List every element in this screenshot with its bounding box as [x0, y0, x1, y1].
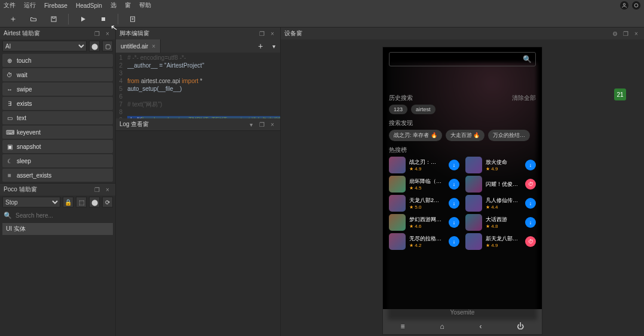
run-button[interactable]: [75, 13, 91, 25]
menu-run[interactable]: 运行: [24, 1, 36, 10]
user-icon[interactable]: [620, 1, 628, 10]
log-panel-header: Log 查看窗 ▾ ❐ ×: [116, 118, 280, 130]
editor-tab[interactable]: untitled.air ×: [116, 39, 161, 53]
history-chip[interactable]: 123: [389, 105, 407, 114]
line-gutter: 1 2 3 4 5 6 7 8 9 10: [116, 53, 125, 118]
app-item[interactable]: 凡人修仙传…★ 4.4↓: [465, 195, 536, 212]
close-icon[interactable]: ×: [632, 29, 640, 38]
download-button[interactable]: ↓: [449, 236, 459, 247]
action-snapshot[interactable]: ▣snapshot: [2, 140, 113, 153]
poco-inspect-button[interactable]: ⬚: [76, 197, 87, 207]
menu-options[interactable]: 选: [111, 1, 116, 10]
device-screen[interactable]: 🔍 历史搜索清除全部 123 airtest 搜索发现 战之刃: 幸存者 🔥 大…: [382, 47, 542, 335]
download-button[interactable]: ↓: [449, 160, 459, 170]
home-softkey[interactable]: ⌂: [440, 322, 444, 331]
app-icon: [465, 214, 482, 231]
action-sleep[interactable]: ☾sleep: [2, 154, 113, 167]
float-icon[interactable]: ❐: [93, 185, 101, 194]
menu-window[interactable]: 窗: [125, 1, 131, 10]
report-button[interactable]: [124, 13, 141, 25]
close-icon[interactable]: ×: [268, 120, 277, 129]
download-button[interactable]: ↓: [449, 217, 459, 228]
left-column: Airtest 辅助窗 ❐ × Al ⬤ ▢ ⊕touch ⏱wait ↔swi…: [0, 28, 116, 336]
editor-panel-header: 脚本编辑窗 ❐ ×: [116, 28, 280, 39]
app-item[interactable]: 崩坏降临（…★ 4.5↓: [389, 176, 459, 193]
poco-search-input[interactable]: [16, 212, 112, 219]
poco-tree-root[interactable]: UI 实体: [2, 223, 113, 235]
discover-chip[interactable]: 战之刃: 幸存者 🔥: [389, 130, 442, 141]
panel-title: 设备窗: [284, 29, 302, 38]
app-item[interactable]: 大话西游★ 4.8↓: [465, 214, 536, 231]
menu-headspin[interactable]: HeadSpin: [76, 2, 102, 9]
settings-icon[interactable]: [632, 1, 640, 10]
filter-icon[interactable]: ▾: [247, 120, 255, 129]
download-button[interactable]: ↓: [449, 198, 459, 209]
pending-button[interactable]: ⏱: [525, 236, 536, 247]
download-button[interactable]: ↓: [525, 198, 536, 209]
poco-mode-select[interactable]: Stop: [2, 197, 60, 207]
record-button[interactable]: ⬤: [89, 41, 100, 51]
snapshot-icon: ▣: [6, 143, 13, 150]
panel-title: 脚本编辑窗: [119, 29, 149, 38]
app-item[interactable]: 战之刃：…★ 4.9↓: [389, 157, 459, 173]
device-softkeys: ≡ ⌂ ‹ ⏻: [383, 319, 542, 334]
app-item[interactable]: 无尽的拉格…★ 4.2↓: [389, 233, 459, 250]
new-button[interactable]: [5, 13, 22, 25]
discover-chip[interactable]: 大走百游 🔥: [446, 130, 485, 141]
float-icon[interactable]: ❐: [257, 120, 266, 129]
action-keyevent[interactable]: ⌨keyevent: [2, 126, 113, 139]
code-editor[interactable]: 1 2 3 4 5 6 7 8 9 10 # -*- encoding=utf8…: [116, 53, 280, 118]
airtest-mode-select[interactable]: Al: [2, 41, 87, 51]
action-list: ⊕touch ⏱wait ↔swipe ∃exists ▭text ⌨keyev…: [0, 53, 115, 183]
device-panel-header: 设备窗 ⚙ ❐ ×: [281, 28, 644, 39]
float-icon[interactable]: ❐: [93, 29, 101, 38]
tab-menu-button[interactable]: ▾: [267, 43, 280, 50]
history-chip[interactable]: airtest: [411, 105, 436, 114]
keyevent-icon: ⌨: [6, 129, 13, 136]
action-assert-exists[interactable]: ≡assert_exists: [2, 169, 113, 182]
float-icon[interactable]: ❐: [257, 29, 266, 38]
download-button[interactable]: ↓: [525, 217, 536, 228]
svg-point-0: [623, 4, 625, 5]
action-text[interactable]: ▭text: [2, 111, 113, 124]
save-button[interactable]: [45, 13, 62, 25]
menu-file[interactable]: 文件: [4, 1, 16, 10]
back-softkey[interactable]: ‹: [480, 322, 482, 331]
tab-close-icon[interactable]: ×: [152, 43, 155, 50]
menu-firebase[interactable]: Firebase: [44, 2, 68, 9]
app-icon: [389, 176, 406, 193]
action-exists[interactable]: ∃exists: [2, 97, 113, 110]
close-icon[interactable]: ×: [103, 29, 112, 38]
poco-lock-button[interactable]: 🔒: [63, 197, 73, 207]
poco-refresh-button[interactable]: ⟳: [102, 197, 113, 207]
download-button[interactable]: ↓: [525, 160, 536, 170]
close-icon[interactable]: ×: [103, 185, 112, 194]
exists-icon: ∃: [6, 100, 13, 107]
close-icon[interactable]: ×: [268, 29, 277, 38]
app-item[interactable]: 放火使命★ 4.9↓: [465, 157, 536, 173]
action-swipe[interactable]: ↔swipe: [2, 83, 113, 96]
search-icon: 🔍: [523, 55, 532, 63]
open-button[interactable]: [25, 13, 42, 25]
float-icon[interactable]: ❐: [621, 29, 630, 38]
menu-softkey[interactable]: ≡: [400, 322, 404, 331]
action-touch[interactable]: ⊕touch: [2, 54, 113, 67]
tab-add-button[interactable]: +: [254, 41, 267, 51]
menu-help[interactable]: 帮助: [139, 1, 151, 10]
device-settings-icon[interactable]: ⚙: [611, 29, 619, 38]
app-item[interactable]: 梦幻西游网…★ 4.6↓: [389, 214, 459, 231]
app-item[interactable]: 新天龙八部…★ 4.9⏱: [465, 233, 536, 250]
app-item[interactable]: 闪耀！优俊…⏱: [465, 176, 536, 193]
power-softkey[interactable]: ⏻: [517, 322, 524, 331]
discover-chip[interactable]: 万众的拴结…: [488, 130, 530, 141]
action-wait[interactable]: ⏱wait: [2, 68, 113, 81]
app-item[interactable]: 天龙八部2…★ 5.0↓: [389, 195, 459, 212]
stop-button[interactable]: [95, 13, 112, 25]
clear-history-link[interactable]: 清除全部: [512, 94, 536, 102]
center-column: 脚本编辑窗 ❐ × untitled.air × + ▾ 1 2 3 4 5 6…: [116, 28, 281, 336]
poco-record-button[interactable]: ⬤: [89, 197, 100, 207]
pending-button[interactable]: ⏱: [525, 179, 536, 190]
capture-button[interactable]: ▢: [102, 41, 113, 51]
download-button[interactable]: ↓: [449, 179, 459, 190]
device-search-bar[interactable]: 🔍: [389, 52, 536, 66]
